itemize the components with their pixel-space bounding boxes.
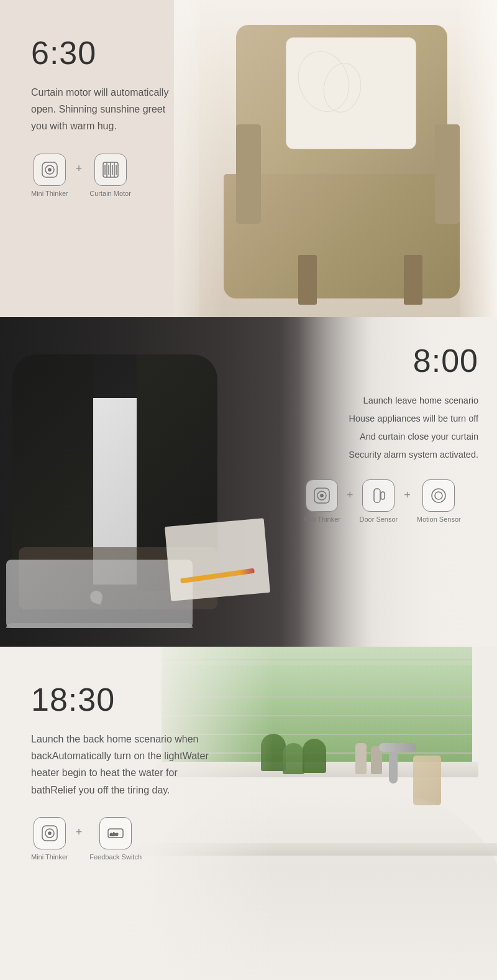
section-morning: 6:30 Curtain motor will automatically op… xyxy=(0,0,497,317)
svg-rect-15 xyxy=(381,492,385,499)
mini-thinker-icon-box xyxy=(34,154,66,186)
device-icons-row: Mini Thinker + xyxy=(31,154,174,197)
motion-sensor-icon xyxy=(429,486,448,505)
mini-thinker-icon-box-2 xyxy=(306,479,338,512)
description-3: Launch the back home scenario when backA… xyxy=(31,731,224,798)
door-sensor-label: Door Sensor xyxy=(360,515,398,523)
description: Curtain motor will automatically open. S… xyxy=(31,84,174,135)
door-sensor-icon xyxy=(369,486,388,505)
time-display-2: 8:00 xyxy=(286,342,478,379)
plus-icon-3: + xyxy=(76,826,83,839)
section-leave-home: 8:00 Launch leave home scenario House ap… xyxy=(0,317,497,647)
motion-sensor-label: Motion Sensor xyxy=(417,515,461,523)
mini-thinker-icon-2 xyxy=(312,486,331,505)
curtain-motor-icon xyxy=(101,160,120,179)
mini-thinker-label-2: Mini Thinker xyxy=(303,515,340,523)
section1-content: 6:30 Curtain motor will automatically op… xyxy=(0,0,174,317)
svg-point-2 xyxy=(48,169,51,171)
curtain-motor-icon-box xyxy=(94,154,127,186)
door-sensor-device: Door Sensor xyxy=(360,479,398,523)
svg-rect-14 xyxy=(374,489,380,502)
motion-sensor-device: Motion Sensor xyxy=(417,479,461,523)
mini-thinker-device-2: Mini Thinker xyxy=(303,479,340,523)
plus-icon-2a: + xyxy=(347,489,353,502)
desc-line1: Launch leave home scenario xyxy=(286,392,478,410)
feedback-switch-label: Feedback Switch xyxy=(89,853,142,861)
door-sensor-icon-box xyxy=(362,479,394,512)
svg-point-16 xyxy=(432,489,445,502)
mini-thinker-device-3: Mini Thinker xyxy=(31,817,68,861)
section3-content: 18:30 Launch the back home scenario when… xyxy=(0,647,224,861)
description-2: Launch leave home scenario House applian… xyxy=(286,392,478,464)
svg-point-13 xyxy=(321,494,323,497)
person-area xyxy=(0,317,298,647)
mini-thinker-icon xyxy=(40,160,59,179)
time-display: 6:30 xyxy=(31,34,174,72)
device-icons-row-3: Mini Thinker + abc Feedback Switch xyxy=(31,817,224,861)
motion-sensor-icon-box xyxy=(422,479,455,512)
desc-line3: And curtain close your curtain xyxy=(286,428,478,446)
section2-content: 8:00 Launch leave home scenario House ap… xyxy=(286,342,478,523)
device-icons-row-2: Mini Thinker + Door Sensor + xyxy=(286,479,478,523)
mini-thinker-device: Mini Thinker xyxy=(31,154,68,197)
curtain-motor-label: Curtain Motor xyxy=(89,190,131,197)
mini-thinker-icon-3 xyxy=(40,824,59,843)
section-back-home: 18:30 Launch the back home scenario when… xyxy=(0,647,497,980)
svg-point-20 xyxy=(48,832,51,834)
plus-icon-2b: + xyxy=(404,489,411,502)
feedback-switch-device: abc Feedback Switch xyxy=(89,817,142,861)
time-display-3: 18:30 xyxy=(31,681,224,718)
mini-thinker-label: Mini Thinker xyxy=(31,190,68,197)
desc-line2: House appliances will be turn off xyxy=(286,410,478,428)
curtain-motor-device: Curtain Motor xyxy=(89,154,131,197)
feedback-switch-icon-box: abc xyxy=(99,817,132,849)
desc-line4: Security alarm system activated. xyxy=(286,446,478,464)
svg-point-17 xyxy=(435,492,442,499)
mini-thinker-icon-box-3 xyxy=(34,817,66,849)
svg-text:abc: abc xyxy=(110,831,118,837)
feedback-switch-icon: abc xyxy=(106,824,125,843)
plus-icon-1: + xyxy=(76,162,83,175)
mini-thinker-label-3: Mini Thinker xyxy=(31,853,68,861)
